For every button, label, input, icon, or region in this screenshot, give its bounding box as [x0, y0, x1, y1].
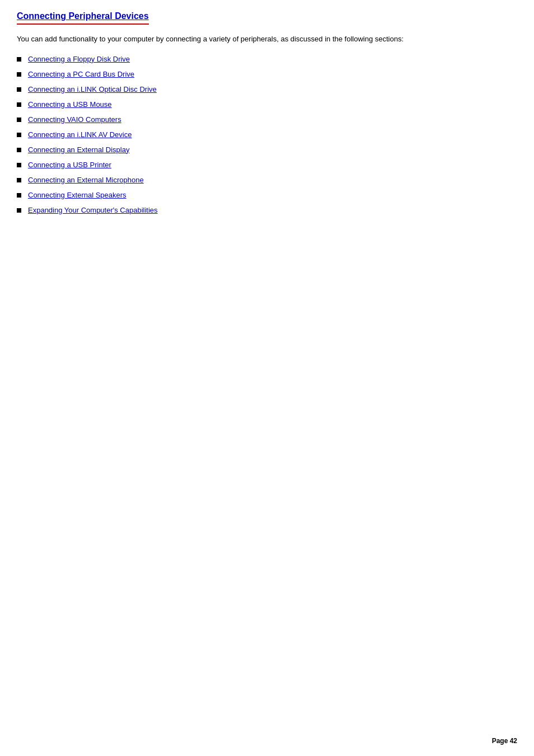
link-pccard[interactable]: Connecting a PC Card Bus Drive — [28, 70, 134, 78]
list-item: Connecting an i.LINK Optical Disc Drive — [17, 85, 517, 93]
page-number: Page 42 — [492, 737, 517, 745]
bullet-icon — [17, 87, 21, 92]
link-ext-mic[interactable]: Connecting an External Microphone — [28, 176, 144, 184]
list-item: Connecting VAIO Computers — [17, 115, 517, 124]
bullet-icon — [17, 163, 21, 167]
link-ilink-av[interactable]: Connecting an i.LINK AV Device — [28, 130, 132, 139]
list-item: Connecting an External Display — [17, 145, 517, 154]
link-ilink-optical[interactable]: Connecting an i.LINK Optical Disc Drive — [28, 85, 157, 93]
link-floppy[interactable]: Connecting a Floppy Disk Drive — [28, 55, 130, 63]
bullet-icon — [17, 148, 21, 152]
intro-text: You can add functionality to your comput… — [17, 34, 517, 45]
bullet-icon — [17, 133, 21, 137]
bullet-icon — [17, 208, 21, 213]
link-ext-speakers[interactable]: Connecting External Speakers — [28, 191, 127, 199]
list-item: Expanding Your Computer's Capabilities — [17, 206, 517, 214]
bullet-icon — [17, 193, 21, 198]
link-ext-display[interactable]: Connecting an External Display — [28, 145, 129, 154]
list-item: Connecting a PC Card Bus Drive — [17, 70, 517, 78]
list-item: Connecting a Floppy Disk Drive — [17, 55, 517, 63]
bullet-icon — [17, 118, 21, 122]
link-usb-mouse[interactable]: Connecting a USB Mouse — [28, 100, 112, 109]
bullet-icon — [17, 178, 21, 182]
list-item: Connecting a USB Mouse — [17, 100, 517, 109]
bullet-icon — [17, 102, 21, 107]
list-item: Connecting an i.LINK AV Device — [17, 130, 517, 139]
page-title[interactable]: Connecting Peripheral Devices — [17, 11, 149, 25]
bullet-icon — [17, 57, 21, 62]
page-container: Connecting Peripheral Devices You can ad… — [0, 0, 534, 255]
link-expanding[interactable]: Expanding Your Computer's Capabilities — [28, 206, 158, 214]
link-vaio[interactable]: Connecting VAIO Computers — [28, 115, 121, 124]
link-usb-printer[interactable]: Connecting a USB Printer — [28, 161, 111, 169]
link-list: Connecting a Floppy Disk DriveConnecting… — [17, 55, 517, 214]
bullet-icon — [17, 72, 21, 77]
list-item: Connecting External Speakers — [17, 191, 517, 199]
list-item: Connecting an External Microphone — [17, 176, 517, 184]
list-item: Connecting a USB Printer — [17, 161, 517, 169]
